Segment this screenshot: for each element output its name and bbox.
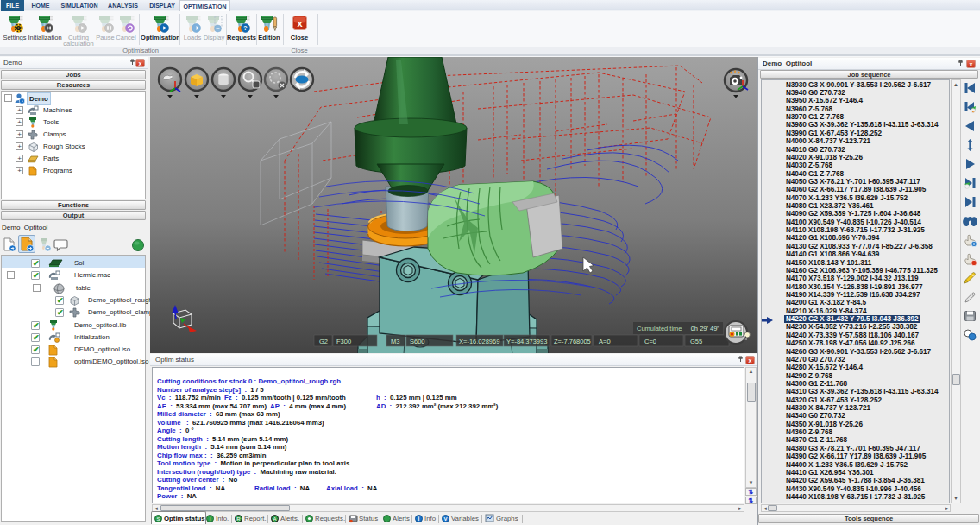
- svg-text:G2: G2: [319, 338, 328, 345]
- svg-text:i: i: [418, 516, 420, 522]
- svg-text:C=0: C=0: [644, 338, 656, 345]
- svg-text:R: R: [236, 516, 241, 522]
- svg-text:S600: S600: [410, 338, 425, 345]
- svg-text:A: A: [273, 516, 276, 522]
- svg-text:Cumulated time: Cumulated time: [637, 325, 682, 332]
- svg-text:F300: F300: [336, 338, 351, 345]
- svg-text:X=-16.028969: X=-16.028969: [459, 338, 499, 345]
- svg-text:0h 29' 49": 0h 29' 49": [691, 325, 720, 332]
- svg-text:M3: M3: [391, 338, 399, 345]
- svg-text:S: S: [156, 516, 160, 522]
- svg-text:G55: G55: [690, 338, 702, 345]
- svg-text:V: V: [443, 516, 447, 522]
- svg-text:?: ?: [243, 25, 247, 31]
- svg-text:Y=-84.373993: Y=-84.373993: [506, 338, 547, 345]
- svg-text:A=0: A=0: [599, 338, 611, 345]
- svg-text:Z=-7.768005: Z=-7.768005: [554, 338, 591, 345]
- svg-text:x: x: [298, 18, 304, 28]
